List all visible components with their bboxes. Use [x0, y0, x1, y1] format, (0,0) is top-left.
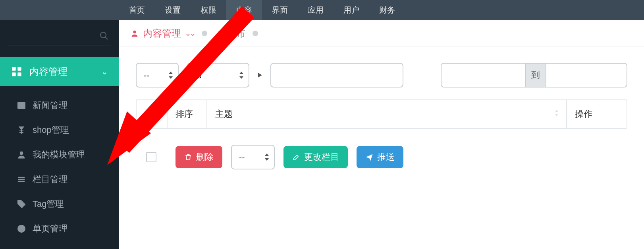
svg-rect-4 [12, 72, 15, 76]
sidebar-submenu: 新闻管理 shop管理 我的模块管理 栏目管理 Tag管理 [0, 86, 119, 241]
select-all-checkbox[interactable] [147, 109, 157, 119]
triangle-right-icon [257, 72, 263, 78]
select-caret-icon [239, 72, 244, 79]
crumb-label: 内容管理 [143, 27, 181, 40]
action-select[interactable]: -- [231, 145, 275, 169]
sort-caret-icon [554, 109, 559, 119]
sidebar-item-label: 单页管理 [33, 223, 67, 235]
crumb-bar: 内容管理 ⌄⌄ 发布 [119, 20, 644, 47]
filter-range-to[interactable] [546, 64, 627, 87]
table-subject-label: 主题 [215, 108, 233, 120]
table-header: 排序 主题 操作 [136, 99, 627, 129]
delete-button[interactable]: 删除 [175, 146, 222, 168]
sidebar-item-mymodule[interactable]: 我的模块管理 [0, 142, 119, 167]
sidebar-item-news[interactable]: 新闻管理 [0, 93, 119, 118]
sidebar-item-label: 栏目管理 [33, 173, 67, 185]
row-checkbox[interactable] [146, 152, 156, 162]
sidebar-item-label: 新闻管理 [33, 99, 67, 111]
delete-label: 删除 [196, 151, 214, 163]
svg-point-16 [20, 227, 23, 230]
range-separator-label: 到 [525, 64, 546, 87]
svg-point-0 [100, 32, 106, 38]
tag-icon [17, 199, 26, 209]
nav-apps[interactable]: 应用 [298, 0, 334, 20]
table-header-subject[interactable]: 主题 [207, 100, 567, 128]
svg-rect-6 [18, 102, 25, 109]
svg-rect-3 [17, 67, 21, 70]
filter-select-type-input[interactable]: -- [137, 64, 168, 87]
filter-range: 到 [441, 63, 627, 88]
trash-icon [184, 153, 192, 161]
table-header-sort[interactable]: 排序 [168, 100, 207, 128]
svg-point-17 [133, 30, 136, 33]
nav-users[interactable]: 用户 [334, 0, 369, 20]
sidebar-item-label: 我的模块管理 [33, 149, 85, 161]
filter-select-field[interactable]: Id [187, 63, 249, 88]
list-icon [17, 175, 26, 184]
sidebar-item-shop[interactable]: shop管理 [0, 118, 119, 142]
plus-icon [214, 29, 222, 37]
crumb-content-management[interactable]: 内容管理 ⌄⌄ [130, 27, 195, 40]
sidebar-category-label: 内容管理 [29, 65, 67, 78]
nav-content[interactable]: 内容 [226, 0, 262, 20]
filter-range-from[interactable] [442, 64, 525, 87]
top-nav: 首页 设置 权限 内容 界面 应用 用户 财务 [0, 0, 644, 20]
filter-search-input[interactable] [270, 63, 403, 88]
chevron-down-icon: ⌄ [101, 67, 108, 76]
action-row: 删除 -- 更改栏目 推送 [119, 129, 644, 185]
sidebar-item-label: shop管理 [33, 124, 69, 136]
main-content: 内容管理 ⌄⌄ 发布 -- Id [119, 20, 644, 249]
send-icon [365, 153, 373, 161]
filter-row: -- Id 到 [119, 47, 644, 99]
svg-point-10 [20, 152, 23, 155]
change-column-button[interactable]: 更改栏目 [283, 146, 348, 168]
crumb-separator [253, 31, 258, 36]
push-label: 推送 [377, 151, 395, 163]
svg-point-14 [19, 202, 21, 203]
filter-select-field-input[interactable]: Id [187, 64, 220, 87]
double-chevron-down-icon: ⌄⌄ [185, 29, 195, 38]
sidebar-category-content[interactable]: 内容管理 ⌄ [0, 57, 119, 86]
nav-finance[interactable]: 财务 [369, 0, 405, 20]
user-icon [17, 150, 26, 160]
sidebar-item-singlepage[interactable]: 单页管理 [0, 216, 119, 241]
nav-interface[interactable]: 界面 [262, 0, 298, 20]
table-header-action: 操作 [567, 100, 627, 128]
svg-rect-2 [12, 67, 15, 70]
crumb-separator [202, 31, 207, 36]
nav-home[interactable]: 首页 [119, 0, 155, 20]
table-header-checkbox [137, 100, 168, 128]
svg-rect-5 [17, 72, 21, 76]
push-button[interactable]: 推送 [357, 146, 403, 168]
sidebar-search [0, 20, 119, 49]
nav-permissions[interactable]: 权限 [191, 0, 226, 20]
crumb-publish[interactable]: 发布 [214, 27, 245, 40]
table-icon [17, 101, 26, 110]
sidebar-item-columns[interactable]: 栏目管理 [0, 167, 119, 192]
edit-icon [292, 153, 300, 161]
select-caret-icon [264, 154, 269, 161]
user-icon [130, 29, 139, 38]
sidebar: 内容管理 ⌄ 新闻管理 shop管理 我的模块管理 栏目管理 [0, 20, 119, 249]
grid-icon [11, 66, 22, 77]
page-icon [17, 224, 26, 233]
yen-icon [17, 125, 26, 135]
svg-line-1 [105, 37, 108, 39]
action-select-input[interactable]: -- [232, 146, 263, 169]
change-column-label: 更改栏目 [304, 151, 339, 163]
search-input[interactable] [8, 28, 111, 44]
sidebar-item-label: Tag管理 [33, 198, 64, 210]
crumb-publish-label: 发布 [226, 27, 245, 40]
search-icon [99, 31, 109, 41]
sidebar-item-tag[interactable]: Tag管理 [0, 192, 119, 216]
nav-settings[interactable]: 设置 [155, 0, 191, 20]
filter-select-type[interactable]: -- [136, 63, 179, 88]
select-caret-icon [168, 72, 173, 79]
